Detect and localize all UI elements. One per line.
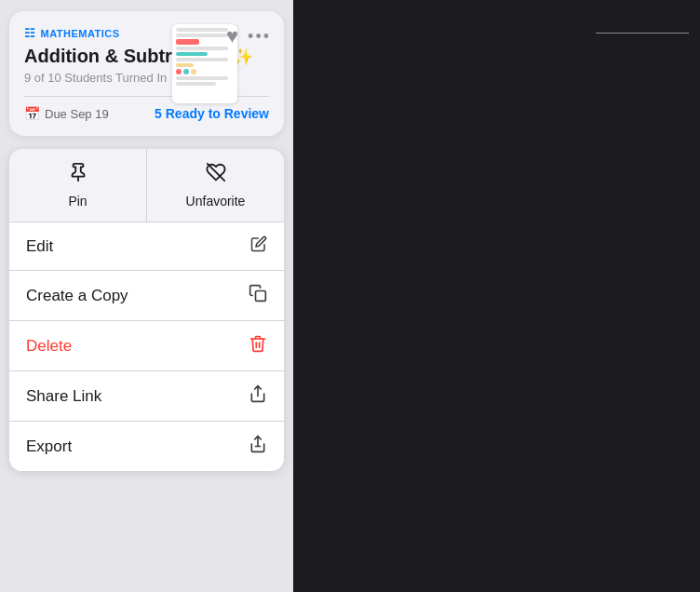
thumb-line-2	[176, 34, 228, 37]
share-icon	[249, 384, 267, 408]
copy-icon	[249, 284, 267, 307]
card-actions: ♥ •••	[226, 24, 271, 48]
edit-label: Edit	[26, 237, 53, 256]
more-options-button[interactable]: •••	[248, 27, 271, 47]
thumb-line-accent1	[176, 39, 199, 45]
ready-review-link[interactable]: 5 Ready to Review	[155, 106, 269, 121]
thumb-line-accent2	[176, 52, 208, 56]
delete-icon	[249, 334, 267, 357]
thumb-line-1	[176, 28, 228, 32]
thumb-dot-2	[183, 69, 189, 74]
pin-icon	[68, 162, 88, 188]
pin-label: Pin	[68, 194, 87, 209]
thumb-line-5	[176, 76, 228, 80]
due-date-label: Due Sep 19	[45, 107, 109, 121]
pin-button[interactable]: Pin	[9, 149, 147, 222]
menu-top-row: Pin Unfavorite	[9, 149, 284, 222]
menu-item-edit[interactable]: Edit	[9, 222, 284, 271]
svg-rect-2	[256, 291, 266, 302]
export-label: Export	[26, 437, 72, 456]
thumb-line-6	[176, 82, 216, 86]
left-panel: ☷ MATHEMATICS Addition & Subtraction ✨ 9…	[0, 0, 293, 592]
menu-item-export[interactable]: Export	[9, 422, 284, 471]
more-dots-indicator	[596, 33, 689, 34]
calendar-icon: 📅	[24, 106, 40, 121]
create-copy-label: Create a Copy	[26, 287, 128, 305]
unfavorite-button[interactable]: Unfavorite	[147, 149, 284, 222]
menu-item-delete[interactable]: Delete	[9, 321, 284, 371]
favorite-button[interactable]: ♥	[226, 24, 238, 48]
unfavorite-icon	[206, 162, 226, 188]
menu-item-create-copy[interactable]: Create a Copy	[9, 271, 284, 321]
thumb-line-4	[176, 58, 228, 61]
subject-label: MATHEMATICS	[41, 28, 120, 39]
share-link-label: Share Link	[26, 387, 101, 406]
thumb-dots-row	[176, 69, 228, 74]
unfavorite-label: Unfavorite	[186, 194, 246, 209]
due-date: 📅 Due Sep 19	[24, 106, 109, 121]
thumb-dot-3	[191, 69, 196, 74]
context-menu: Pin Unfavorite Edit	[9, 149, 284, 471]
right-panel	[293, 0, 700, 592]
thumb-dot-1	[176, 69, 182, 74]
edit-icon	[250, 235, 267, 257]
thumb-line-3	[176, 47, 228, 50]
delete-label: Delete	[26, 337, 72, 356]
subject-icon: ☷	[24, 26, 36, 40]
assignment-card: ☷ MATHEMATICS Addition & Subtraction ✨ 9…	[9, 11, 284, 136]
menu-item-share-link[interactable]: Share Link	[9, 371, 284, 422]
export-icon	[249, 435, 267, 458]
thumb-line-accent3	[176, 63, 194, 67]
